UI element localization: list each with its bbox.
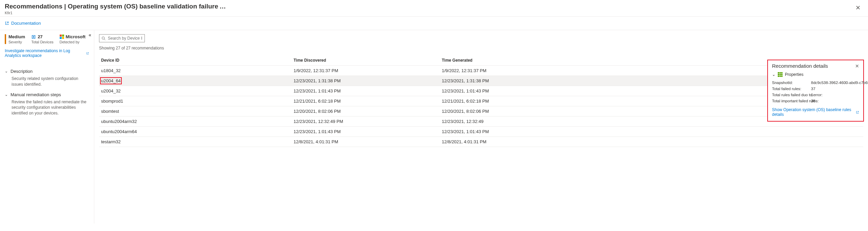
sidebar: « Medium Severity 27 Total Devices Micro… [0, 30, 94, 224]
svg-line-3 [104, 39, 105, 40]
external-link-icon [86, 51, 89, 55]
cell-device-id: ubuntu2004arm32 [99, 117, 292, 127]
chevron-down-icon: ⌄ [5, 92, 8, 97]
col-device-id[interactable]: Device ID [99, 55, 292, 66]
chevron-down-icon: ⌄ [772, 72, 775, 77]
results-count: Showing 27 of 27 recommendations [99, 46, 863, 50]
table-row[interactable]: ubuntu2004arm3212/23/2021, 12:32:49 PM12… [99, 117, 863, 127]
content-area: Showing 27 of 27 recommendations Device … [94, 30, 868, 224]
section-remediation-title: Manual remediation steps [11, 92, 61, 97]
cell-device-id: u1804_32 [99, 66, 292, 76]
properties-table: SnapshotId:8dc9c538-3962-4600-abd9-c7b66… [772, 80, 859, 104]
severity-value: Medium [8, 34, 25, 39]
cell-time-discovered: 12/23/2021, 1:01:43 PM [292, 86, 440, 96]
property-key: Total rules failed duo to error: [772, 92, 811, 98]
microsoft-icon [60, 35, 64, 39]
show-rules-link[interactable]: Show Operation system (OS) baseline rule… [772, 107, 859, 117]
table-row[interactable]: sbomtest12/20/2021, 8:02:06 PM12/20/2021… [99, 106, 863, 117]
cell-time-discovered: 12/8/2021, 4:01:31 PM [292, 137, 440, 147]
section-description-title: Description [11, 69, 33, 74]
detected-by-value: Microsoft [66, 34, 86, 39]
cell-time-generated: 12/8/2021, 4:01:31 PM [440, 137, 863, 147]
total-devices-label: Total Devices [31, 40, 53, 44]
cell-device-id: testarm32 [99, 137, 292, 147]
property-row: Total rules failed duo to error:1 [772, 92, 859, 98]
property-value: 37 [811, 86, 859, 92]
section-description-body: Security related system configuration is… [12, 76, 89, 87]
cell-time-discovered: 12/20/2021, 8:02:06 PM [292, 106, 440, 117]
detected-by-stat: Microsoft Detected by [60, 34, 86, 44]
search-icon [101, 36, 106, 41]
details-title: Recommendation details [772, 63, 828, 69]
cell-time-discovered: 12/21/2021, 6:02:18 PM [292, 96, 440, 106]
properties-header[interactable]: ⌄ Properties [772, 72, 859, 77]
details-close-button[interactable]: ✕ [855, 63, 859, 69]
table-row[interactable]: sbomprod112/21/2021, 6:02:18 PM12/21/202… [99, 96, 863, 106]
cell-device-id: u2004_64 [99, 76, 292, 86]
table-row[interactable]: u2004_6412/23/2021, 1:31:38 PM12/23/2021… [99, 76, 863, 86]
documentation-link[interactable]: Documentation [5, 21, 41, 26]
page-subtitle: Kfir1 [5, 11, 226, 15]
external-link-icon [5, 21, 9, 25]
documentation-label: Documentation [11, 21, 41, 26]
svg-point-2 [102, 37, 104, 39]
table-row[interactable]: testarm3212/8/2021, 4:01:31 PM12/8/2021,… [99, 137, 863, 147]
property-row: Total important failed rules:36 [772, 98, 859, 104]
property-value: 8dc9c538-3962-4600-abd9-c7b66dc09eee [811, 80, 859, 86]
property-key: SnapshotId: [772, 80, 811, 86]
property-row: SnapshotId:8dc9c538-3962-4600-abd9-c7b66… [772, 80, 859, 86]
properties-label: Properties [785, 72, 804, 77]
log-analytics-link[interactable]: Investigate recommendations in Log Analy… [5, 48, 89, 58]
cell-device-id: u2004_32 [99, 86, 292, 96]
details-panel: Recommendation details ✕ ⌄ Properties Sn… [767, 60, 864, 122]
severity-label: Severity [8, 40, 25, 44]
cell-time-discovered: 12/23/2021, 12:32:49 PM [292, 117, 440, 127]
page-header: Recommendations | Operating system (OS) … [0, 0, 868, 17]
recommendations-table: Device ID Time Discovered Time Generated… [99, 55, 863, 147]
severity-stat: Medium Severity [5, 34, 25, 44]
chevron-down-icon: ⌄ [5, 69, 8, 74]
title-more-icon[interactable]: … [219, 3, 226, 10]
chip-icon [31, 35, 36, 39]
cell-time-discovered: 12/23/2021, 1:01:43 PM [292, 127, 440, 137]
cell-time-generated: 12/23/2021, 1:01:43 PM [440, 127, 863, 137]
property-key: Total important failed rules: [772, 98, 811, 104]
table-row[interactable]: u2004_3212/23/2021, 1:01:43 PM12/23/2021… [99, 86, 863, 96]
cell-time-discovered: 12/23/2021, 1:31:38 PM [292, 76, 440, 86]
svg-rect-1 [33, 36, 34, 38]
section-remediation-body: Review the failed rules and remediate th… [12, 99, 89, 116]
property-row: Total failed rules:37 [772, 86, 859, 92]
total-devices-stat: 27 Total Devices [31, 34, 53, 44]
cell-device-id: ubuntu2004arm64 [99, 127, 292, 137]
property-key: Total failed rules: [772, 86, 811, 92]
cell-device-id: sbomtest [99, 106, 292, 117]
cell-time-discovered: 1/9/2022, 12:31:37 PM [292, 66, 440, 76]
col-time-discovered[interactable]: Time Discovered [292, 55, 440, 66]
section-description-header[interactable]: ⌄ Description [5, 69, 89, 74]
log-analytics-label: Investigate recommendations in Log Analy… [5, 48, 85, 58]
table-row[interactable]: u1804_321/9/2022, 12:31:37 PM1/9/2022, 1… [99, 66, 863, 76]
cell-device-id: sbomprod1 [99, 96, 292, 106]
page-title: Recommendations | Operating system (OS) … [5, 3, 218, 10]
table-row[interactable]: ubuntu2004arm6412/23/2021, 1:01:43 PM12/… [99, 127, 863, 137]
section-remediation-header[interactable]: ⌄ Manual remediation steps [5, 92, 89, 97]
total-devices-value: 27 [38, 34, 42, 39]
search-box[interactable] [99, 34, 145, 42]
properties-icon [778, 72, 783, 77]
search-input[interactable] [108, 36, 142, 41]
collapse-sidebar-button[interactable]: « [89, 32, 91, 38]
close-button[interactable]: ✕ [853, 3, 863, 13]
detected-by-label: Detected by [60, 40, 86, 44]
external-link-icon [856, 110, 859, 114]
show-rules-label: Show Operation system (OS) baseline rule… [772, 107, 854, 117]
